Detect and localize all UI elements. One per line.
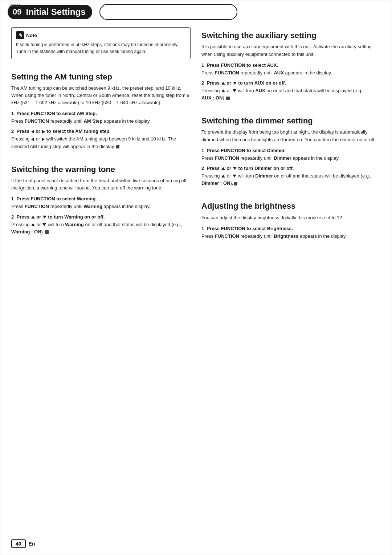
note-body: If seek tuning is performed in 50 kHz st… [16,41,186,55]
note-label: Note [26,33,37,38]
brightness-step1-heading: 1 Press FUNCTION to select Brightness. [201,226,381,231]
aux-step2-num: 2 [201,80,204,86]
footer: 40 En [11,539,35,548]
dimmer-step1-heading: 1 Press FUNCTION to select Dimmer. [201,148,381,153]
main-content: ✎ Note If seek tuning is performed in 50… [0,24,392,252]
section-aux: Switching the auxiliary setting It is po… [201,27,381,103]
note-header: ✎ Note [16,31,186,39]
language-label: En [29,541,35,547]
brightness-step1-num: 1 [201,226,204,231]
aux-heading: Switching the auxiliary setting [201,31,381,40]
am-step2-title: Press or to select the AM tuning step. [16,128,110,134]
dimmer-step1-num: 1 [201,148,204,153]
header-right-box [99,4,237,20]
brightness-body: You can adjust the display brightness. I… [201,214,381,221]
note-box: ✎ Note If seek tuning is performed in 50… [11,27,191,59]
page: Section 09 Initial Settings ✎ Note If se… [0,0,392,555]
end-mark-warning [45,230,49,234]
warning-step2-num: 2 [11,214,14,220]
am-tuning-body: The AM tuning step can be switched betwe… [11,85,191,106]
warning-tone-heading: Switching the warning tone [11,165,191,174]
aux-step2-body: Pressing or will turn AUX on or off and … [201,87,381,102]
warning-tone-body: If the front panel is not detached from … [11,177,191,192]
page-number: 40 [11,539,26,548]
aux-step1-heading: 1 Press FUNCTION to select AUX. [201,62,381,68]
note-icon: ✎ [16,31,24,39]
warning-step2-title: Press or to turn Warning on or off. [16,214,105,220]
aux-body: It is possible to use auxiliary equipmen… [201,43,381,58]
am-step1-heading: 1 Press FUNCTION to select AM Step. [11,111,191,116]
brightness-heading: Adjusting the brightness [201,201,381,211]
end-mark-aux [226,97,230,100]
brightness-step1-title: Press FUNCTION to select Brightness. [207,226,293,231]
section-dimmer: Switching the dimmer setting To prevent … [201,113,381,188]
aux-step2-title: Press or to turn AUX on or off. [207,80,286,86]
dimmer-step1-body: Press FUNCTION repeatedly until Dimmer a… [201,155,381,162]
page-header: 09 Initial Settings [0,0,392,20]
am-step1-title: Press FUNCTION to select AM Step. [16,111,97,116]
warning-step1-num: 1 [11,196,14,201]
warning-step2-heading: 2 Press or to turn Warning on or off. [11,214,191,220]
dimmer-step2-heading: 2 Press or to turn Dimmer on or off. [201,166,381,171]
am-step1-num: 1 [11,111,14,116]
section-warning-tone: Switching the warning tone If the front … [11,161,191,237]
warning-step1-title: Press FUNCTION to select Warning. [16,196,97,201]
aux-step1-title: Press FUNCTION to select AUX. [207,62,278,68]
am-tuning-heading: Setting the AM tuning step [11,72,191,82]
section-number: 09 [11,7,23,17]
section-label: Section [8,3,20,7]
aux-step2-heading: 2 Press or to turn AUX on or off. [201,80,381,86]
warning-step1-heading: 1 Press FUNCTION to select Warning. [11,196,191,201]
am-step1-body: Press FUNCTION repeatedly until AM Step … [11,118,191,125]
dimmer-step2-body: Pressing or will turn Dimmer on or off a… [201,172,381,187]
left-column: ✎ Note If seek tuning is performed in 50… [11,27,191,241]
aux-step1-body: Press FUNCTION repeatedly until AUX appe… [201,69,381,77]
section-brightness: Adjusting the brightness You can adjust … [201,198,381,241]
am-step2-heading: 2 Press or to select the AM tuning step. [11,128,191,134]
dimmer-heading: Switching the dimmer setting [201,116,381,126]
dimmer-step2-num: 2 [201,166,204,171]
end-mark [116,145,119,148]
am-step2-body: Pressing or will switch the AM tuning st… [11,135,191,150]
aux-step1-num: 1 [201,62,204,68]
dimmer-body: To prevent the display from being too br… [201,128,381,143]
end-mark-dimmer [234,182,237,185]
dimmer-step1-title: Press FUNCTION to select Dimmer. [207,148,285,153]
warning-step1-body: Press FUNCTION repeatedly until Warning … [11,203,191,210]
section-title-label: Initial Settings [26,7,85,17]
brightness-step1-body: Press FUNCTION repeatedly until Brightne… [201,233,381,240]
warning-step2-body: Pressing or will turn Warning on or off … [11,221,191,236]
am-step2-num: 2 [11,128,14,134]
dimmer-step2-title: Press or to turn Dimmer on or off. [207,166,294,171]
right-column: Switching the auxiliary setting It is po… [201,27,381,241]
section-am-tuning: Setting the AM tuning step The AM tuning… [11,69,191,152]
